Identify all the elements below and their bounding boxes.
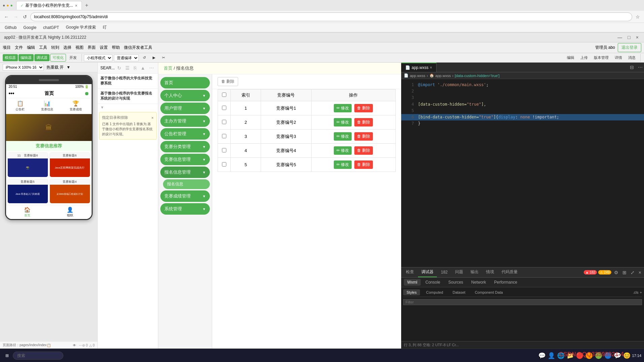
sidebar-item-home[interactable]: 首页 [160, 77, 210, 88]
styles-filter-input[interactable] [403, 299, 642, 305]
row-2-modify-btn[interactable]: ✏ 修改 [334, 118, 352, 126]
menu-goto[interactable]: 转到 [51, 45, 59, 50]
taskbar-app-chat[interactable]: 💬 [538, 352, 546, 359]
device-select[interactable]: iPhone X 100% 16 [3, 64, 44, 71]
search-refresh-btn[interactable]: ↻ [116, 65, 123, 71]
upload-btn[interactable]: 编辑 [564, 54, 577, 62]
debug-subtab-performance[interactable]: Performance [491, 279, 521, 286]
back-button[interactable]: ← [3, 13, 10, 20]
version-btn[interactable]: 上传 [578, 54, 590, 62]
row-2-checkbox[interactable] [222, 120, 226, 124]
debug-tab-output[interactable]: 输出 [467, 267, 482, 277]
bookmark-github[interactable]: Github [3, 25, 19, 31]
row-5-checkbox[interactable] [222, 162, 226, 167]
search-copy-btn[interactable]: ⎘ [132, 65, 138, 71]
phone-nav-contest[interactable]: 📊 竞赛信息 [41, 100, 53, 112]
replace-info-close[interactable]: × [152, 116, 154, 120]
menu-view[interactable]: 视图 [75, 45, 84, 50]
row-4-checkbox[interactable] [222, 148, 226, 152]
sidebar-item-users[interactable]: 用户管理 ▼ [160, 103, 210, 114]
styles-tab-component[interactable]: Component Data [472, 289, 506, 295]
phone-nav-scores[interactable]: 🏆 竞赛成绩 [70, 100, 82, 112]
compile-select[interactable]: 普通编译 [114, 55, 139, 61]
phone-card-1[interactable]: 11 竞赛标题6 📸 [7, 152, 48, 177]
table-container[interactable]: 索引 竞赛编号 操作 1 竞赛编号1 [212, 89, 401, 349]
sidebar-sub-item-registration-info[interactable]: 报名信息 [163, 179, 210, 189]
menu-select[interactable]: 选择 [63, 45, 71, 50]
menu-tools[interactable]: 工具 [39, 45, 47, 50]
phone-bottom-home[interactable]: 🏠 首页 [24, 207, 31, 218]
debug-tab-quality[interactable]: 代码质量 [498, 267, 521, 277]
debug-subtab-console[interactable]: Console [422, 279, 444, 286]
debug-tab-context[interactable]: 情境 [483, 267, 497, 277]
debug-subtab-sources[interactable]: Sources [445, 279, 466, 286]
bookmark-google[interactable]: Google [21, 25, 38, 31]
cut-btn[interactable]: ✂ [159, 54, 168, 61]
save-btn[interactable]: 消息 [625, 54, 638, 62]
editor-more-btn[interactable]: ⋯ [637, 64, 644, 71]
phone-nav-bulletin[interactable]: 📋 公告栏 [15, 100, 25, 112]
editor-btn[interactable]: 编辑器 [19, 54, 34, 61]
taskbar-app-user[interactable]: 👤 [548, 352, 555, 359]
eye-icon[interactable]: 👁 [73, 343, 76, 347]
dev-btn[interactable]: 开发 [67, 54, 79, 62]
address-bar[interactable] [30, 12, 632, 21]
detail-btn[interactable]: 版本管理 [591, 54, 611, 62]
delete-button[interactable]: 🗑 删除 [218, 77, 238, 86]
taskbar-app-orange[interactable]: 🟠 [585, 352, 593, 359]
row-4-modify-btn[interactable]: ✏ 修改 [334, 146, 352, 155]
search-more-btn[interactable]: ⋯ [148, 65, 155, 71]
taskbar-app-face[interactable]: 😊 [623, 352, 631, 359]
styles-tab-computed[interactable]: Computed [423, 289, 447, 295]
row-4-delete-btn[interactable]: 🗑 删除 [354, 146, 373, 155]
taskbar-start-btn[interactable]: ⊞ [3, 352, 11, 359]
search-result-1[interactable]: 基于微信小程序的大学生科技竞赛系统 [98, 74, 158, 89]
menu-file[interactable]: 文件 [15, 45, 23, 50]
styles-tab-dataset[interactable]: Dataset [449, 289, 469, 295]
bookmark-scholar[interactable]: Google 学术搜索 [64, 24, 98, 31]
row-1-modify-btn[interactable]: ✏ 修改 [334, 104, 352, 112]
sidebar-item-personal[interactable]: 个人中心 ▼ [160, 90, 210, 101]
phone-card-2[interactable]: 竞赛标题6 Java互联网框架实战先行 [50, 152, 90, 177]
row-2-delete-btn[interactable]: 🗑 删除 [354, 118, 373, 126]
taskbar-app-blue[interactable]: 🔵 [604, 352, 612, 359]
reload-button[interactable]: ↺ [22, 13, 28, 20]
debug-subtab-network[interactable]: Network [468, 279, 489, 286]
row-5-modify-btn[interactable]: ✏ 修改 [334, 160, 352, 169]
row-3-modify-btn[interactable]: ✏ 修改 [334, 132, 352, 141]
row-5-delete-btn[interactable]: 🗑 删除 [354, 160, 373, 169]
taskbar-app-chat2[interactable]: 💬 [614, 352, 621, 359]
tab-close-icon[interactable]: × [75, 3, 77, 8]
debug-close-btn[interactable]: × [637, 269, 643, 276]
taskbar-app-folder[interactable]: 📁 [567, 352, 574, 359]
debug-tab-debugger[interactable]: 调试器 [418, 267, 437, 277]
debug-tab-issues[interactable]: 问题 [452, 267, 466, 277]
code-editor-area[interactable]: 1 @import './common/main.wxss'; 2 3 4 [d… [401, 79, 644, 267]
taskbar-app-green[interactable]: 🟢 [595, 352, 602, 359]
bookmark-ding[interactable]: 叮 [101, 24, 109, 31]
page-path-icon[interactable]: 📋 [47, 343, 51, 347]
minimize-button[interactable]: — [616, 34, 623, 41]
message-btn[interactable]: 详情 [612, 54, 625, 62]
search-list-btn[interactable]: ☰ [124, 65, 131, 71]
breadcrumb-file2[interactable]: app.wxss [436, 74, 451, 78]
star-button[interactable]: ☆ [634, 13, 641, 20]
refresh-btn[interactable]: ↺ [140, 54, 149, 61]
add-cls-btn[interactable]: + [640, 290, 642, 294]
split-editor-btn[interactable]: ⊟ [629, 64, 635, 71]
debug-settings-btn[interactable]: ⚙ [613, 269, 620, 276]
search-result-2[interactable]: 基于微信小程序的学生竞赛报名系统的设计与实现 [98, 89, 158, 104]
menu-settings[interactable]: 设置 [100, 45, 108, 50]
forward-button[interactable]: → [12, 13, 20, 20]
menu-edit[interactable]: 编辑 [27, 45, 35, 50]
menu-project[interactable]: 项目 [3, 45, 11, 50]
select-all-checkbox[interactable] [222, 93, 226, 97]
preview-btn[interactable]: ▶ [150, 54, 158, 61]
phone-card-4[interactable]: 竞赛标题4 从Web前端工程成长计划 [50, 179, 90, 204]
collapse-row[interactable]: ▼ [98, 104, 158, 111]
phone-bottom-profile[interactable]: 👤 组织 [67, 207, 73, 218]
debug-layout-btn[interactable]: ⊞ [621, 269, 628, 276]
simulator-btn[interactable]: 模拟器 [3, 54, 18, 61]
editor-tab-close[interactable]: × [430, 65, 432, 70]
breadcrumb-selector[interactable]: [data-custom-hidden='true'] [455, 74, 500, 78]
